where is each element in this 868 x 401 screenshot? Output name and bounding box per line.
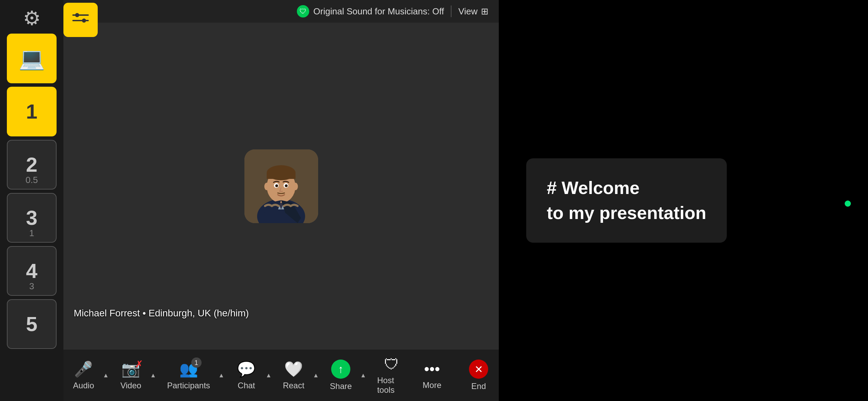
video-label: Video [120, 381, 141, 390]
svg-point-14 [275, 184, 278, 187]
audio-button[interactable]: 🎤 Audio [67, 356, 101, 394]
view-button[interactable]: View ⊞ [458, 6, 489, 17]
chevron-up-icon: ▲ [150, 372, 156, 379]
welcome-text: # Welcome to my presentation [547, 175, 706, 226]
slide-number: 2 [26, 153, 37, 177]
video-icon: 📷✗ [121, 360, 140, 378]
avatar [244, 149, 318, 223]
bottom-toolbar: 🎤 Audio ▲ 📷✗ Video ▲ 👥1 [63, 350, 499, 401]
svg-point-15 [285, 184, 288, 187]
svg-point-1 [75, 13, 79, 17]
host-tools-label: Host tools [377, 376, 406, 395]
sidebar-item-4[interactable]: 4 3 [7, 246, 57, 296]
more-icon: ••• [424, 361, 440, 378]
chat-caret[interactable]: ▲ [264, 369, 274, 382]
participants-caret[interactable]: ▲ [216, 369, 227, 382]
audio-caret[interactable]: ▲ [101, 369, 111, 382]
share-caret[interactable]: ▲ [358, 369, 368, 382]
end-label: End [471, 381, 486, 391]
video-button[interactable]: 📷✗ Video [114, 356, 148, 394]
audio-label: Audio [73, 381, 94, 390]
chevron-up-icon: ▲ [266, 372, 272, 379]
slide-number: 1 [26, 100, 37, 123]
more-label: More [423, 380, 442, 390]
sidebar-item-laptop[interactable]: 💻 [7, 34, 57, 83]
react-button[interactable]: 🤍 React [277, 356, 311, 394]
end-button[interactable]: ✕ End [461, 355, 496, 395]
main-window: 🛡 Original Sound for Musicians: Off View… [63, 0, 499, 401]
chevron-up-icon: ▲ [218, 372, 225, 379]
welcome-card: # Welcome to my presentation [526, 158, 727, 243]
slide-number: 3 [26, 206, 37, 230]
laptop-icon: 💻 [19, 46, 45, 71]
filter-button[interactable] [63, 3, 98, 37]
react-icon: 🤍 [284, 360, 303, 378]
audio-tool-group: 🎤 Audio ▲ [67, 356, 111, 394]
chevron-up-icon: ▲ [103, 372, 109, 379]
filter-icon [72, 12, 89, 28]
slide-number: 5 [26, 312, 37, 336]
chevron-up-icon: ▲ [313, 372, 319, 379]
microphone-icon: 🎤 [74, 360, 93, 378]
host-tools-button[interactable]: 🛡 Host tools [371, 352, 412, 399]
sidebar-item-1[interactable]: 1 [7, 87, 57, 136]
share-tool-group: ↑ Share ▲ [324, 355, 368, 395]
sidebar-item-3[interactable]: 3 1 [7, 193, 57, 243]
sidebar-item-5[interactable]: 5 [7, 299, 57, 349]
participants-icon: 👥1 [179, 360, 198, 378]
chevron-up-icon: ▲ [360, 372, 366, 379]
react-tool-group: 🤍 React ▲ [277, 356, 321, 394]
divider [451, 5, 451, 17]
svg-point-3 [82, 19, 86, 23]
svg-point-17 [293, 183, 298, 190]
sidebar: ⚙ 💻 1 2 0.5 3 1 4 3 5 [0, 0, 63, 401]
video-tool-group: 📷✗ Video ▲ [114, 356, 158, 394]
video-area: Michael Forrest • Edinburgh, UK (he/him) [63, 23, 499, 350]
top-bar: 🛡 Original Sound for Musicians: Off View… [63, 0, 499, 23]
right-panel: # Welcome to my presentation [499, 0, 868, 401]
end-icon: ✕ [469, 360, 488, 379]
chat-button[interactable]: 💬 Chat [229, 356, 264, 394]
slide-badge: 3 [29, 281, 34, 292]
sound-status: 🛡 Original Sound for Musicians: Off [297, 5, 444, 17]
participants-button[interactable]: 👥1 Participants [161, 356, 216, 394]
slide-number: 4 [26, 259, 37, 283]
more-button[interactable]: ••• More [415, 356, 449, 394]
host-tools-icon: 🛡 [384, 356, 399, 373]
shield-icon: 🛡 [297, 5, 309, 17]
chat-label: Chat [238, 381, 255, 390]
slide-badge: 0.5 [25, 175, 38, 185]
grid-icon: ⊞ [481, 6, 489, 17]
react-caret[interactable]: ▲ [311, 369, 321, 382]
participant-name-tag: Michael Forrest • Edinburgh, UK (he/him) [74, 308, 249, 319]
participants-label: Participants [167, 381, 210, 390]
slide-badge: 1 [29, 228, 34, 239]
gear-icon: ⚙ [23, 7, 41, 30]
sound-label: Original Sound for Musicians: Off [313, 6, 444, 17]
settings-button[interactable]: ⚙ [7, 6, 57, 30]
green-dot-indicator [845, 200, 851, 207]
chat-icon: 💬 [237, 360, 256, 378]
sidebar-item-2[interactable]: 2 0.5 [7, 140, 57, 190]
participants-tool-group: 👥1 Participants ▲ [161, 356, 226, 394]
video-caret[interactable]: ▲ [148, 369, 158, 382]
svg-rect-11 [267, 173, 296, 179]
share-icon: ↑ [331, 360, 350, 379]
chat-tool-group: 💬 Chat ▲ [229, 356, 274, 394]
participant-name: Michael Forrest • Edinburgh, UK (he/him) [74, 308, 249, 318]
svg-point-16 [264, 183, 269, 190]
participant-video [244, 149, 318, 223]
view-label: View [458, 6, 478, 17]
react-label: React [283, 381, 304, 390]
share-button[interactable]: ↑ Share [324, 355, 358, 395]
share-label: Share [330, 381, 352, 391]
